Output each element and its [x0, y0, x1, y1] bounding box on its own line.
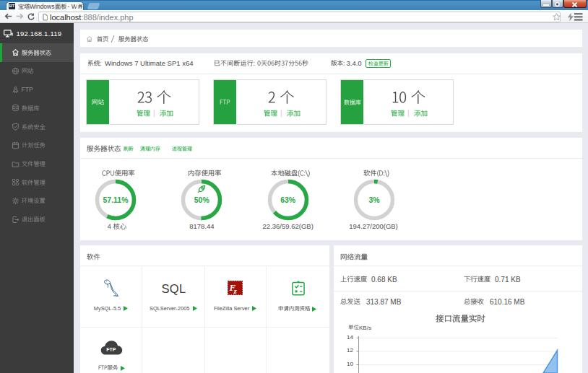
- svg-text:z: z: [233, 286, 238, 294]
- svg-text:FTP: FTP: [106, 347, 116, 352]
